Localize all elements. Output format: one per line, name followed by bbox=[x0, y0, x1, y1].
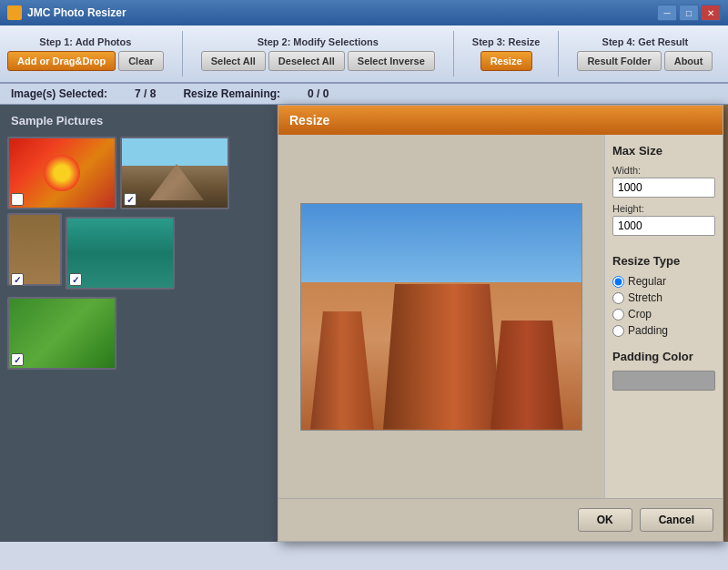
radio-crop[interactable]: Crop bbox=[612, 308, 715, 321]
dialog-body: Max Size Width: Height: Resize Type Regu… bbox=[278, 135, 723, 498]
padding-color-box[interactable] bbox=[612, 371, 715, 391]
main-window: Step 1: Add Photos Add or Drag&Drop Clea… bbox=[0, 25, 728, 570]
resize-type-title: Resize Type bbox=[612, 254, 715, 268]
step3-section: Step 3: Resize Resize bbox=[472, 36, 541, 71]
remaining-value: 0 / 0 bbox=[308, 87, 329, 100]
close-button[interactable]: ✕ bbox=[701, 5, 721, 21]
green-checkbox[interactable]: ✓ bbox=[11, 353, 24, 366]
mountain-checkbox[interactable]: ✓ bbox=[124, 193, 136, 206]
flower-checkbox[interactable] bbox=[11, 193, 24, 206]
photo-thumb-mountain[interactable]: ✓ bbox=[120, 137, 229, 209]
penguin-image bbox=[66, 217, 175, 290]
mountain-image bbox=[120, 137, 229, 209]
height-label: Height: bbox=[612, 203, 715, 214]
dialog-title: Resize bbox=[289, 113, 329, 127]
radio-stretch-input[interactable] bbox=[612, 292, 624, 304]
radio-regular-label: Regular bbox=[628, 275, 666, 288]
remaining-label: Resize Remaining: bbox=[183, 87, 280, 100]
step3-buttons: Resize bbox=[480, 51, 532, 71]
result-folder-button[interactable]: Result Folder bbox=[577, 51, 661, 71]
padding-color-section: Padding Color bbox=[612, 350, 715, 391]
photo-thumb-flower[interactable] bbox=[7, 137, 116, 209]
divider-1 bbox=[182, 31, 183, 76]
width-input[interactable] bbox=[612, 178, 715, 198]
resize-dialog: Resize bbox=[278, 105, 723, 542]
app-title: JMC Photo Resizer bbox=[27, 6, 126, 19]
maximize-button[interactable]: □ bbox=[679, 5, 699, 21]
photo-grid: ✓ ✓ ✓ ✓ bbox=[7, 137, 268, 370]
panel-title: Sample Pictures bbox=[7, 112, 268, 129]
photo-thumb-partial[interactable]: ✓ bbox=[7, 213, 62, 290]
flower-image bbox=[7, 137, 116, 209]
ok-button[interactable]: OK bbox=[578, 508, 632, 532]
step4-buttons: Result Folder About bbox=[577, 51, 713, 71]
radio-regular-input[interactable] bbox=[612, 276, 624, 288]
radio-padding-input[interactable] bbox=[612, 325, 624, 337]
app-icon bbox=[7, 5, 22, 20]
step2-label: Step 2: Modify Selections bbox=[258, 36, 379, 47]
step3-label: Step 3: Resize bbox=[472, 36, 541, 47]
rock-left bbox=[310, 311, 374, 430]
about-button[interactable]: About bbox=[664, 51, 713, 71]
step4-section: Step 4: Get Result Result Folder About bbox=[577, 36, 713, 71]
step1-buttons: Add or Drag&Drop Clear bbox=[7, 51, 164, 71]
title-bar-controls: ─ □ ✕ bbox=[657, 5, 721, 21]
title-bar: JMC Photo Resizer ─ □ ✕ bbox=[0, 0, 728, 25]
max-size-section: Max Size Width: Height: bbox=[612, 144, 715, 241]
step1-section: Step 1: Add Photos Add or Drag&Drop Clea… bbox=[7, 36, 164, 71]
dialog-preview bbox=[278, 135, 604, 498]
radio-crop-input[interactable] bbox=[612, 309, 624, 321]
divider-2 bbox=[453, 31, 454, 76]
step4-label: Step 4: Get Result bbox=[602, 36, 689, 47]
dialog-title-bar: Resize bbox=[278, 106, 723, 135]
rock-formation bbox=[301, 282, 581, 429]
photo-panel: Sample Pictures ✓ ✓ ✓ bbox=[0, 105, 278, 542]
preview-image bbox=[300, 203, 582, 431]
photo-thumb-penguin[interactable]: ✓ bbox=[66, 217, 175, 290]
resize-button[interactable]: Resize bbox=[480, 51, 532, 71]
clear-button[interactable]: Clear bbox=[118, 51, 164, 71]
select-inverse-button[interactable]: Select Inverse bbox=[348, 51, 435, 71]
selected-label: Image(s) Selected: bbox=[11, 87, 107, 100]
height-input[interactable] bbox=[612, 216, 715, 236]
status-bar: Image(s) Selected: 7 / 8 Resize Remainin… bbox=[0, 84, 728, 105]
width-label: Width: bbox=[612, 165, 715, 176]
padding-color-title: Padding Color bbox=[612, 350, 715, 363]
minimize-button[interactable]: ─ bbox=[657, 5, 677, 21]
dialog-bottom: OK Cancel bbox=[278, 498, 723, 541]
step2-buttons: Select All Deselect All Select Inverse bbox=[201, 51, 435, 71]
photo-thumb-green[interactable]: ✓ bbox=[7, 297, 116, 370]
step1-label: Step 1: Add Photos bbox=[39, 36, 131, 47]
green-image bbox=[7, 297, 116, 370]
deselect-all-button[interactable]: Deselect All bbox=[268, 51, 345, 71]
penguin-checkbox[interactable]: ✓ bbox=[69, 273, 82, 286]
radio-padding[interactable]: Padding bbox=[612, 324, 715, 337]
content-area: Sample Pictures ✓ ✓ ✓ bbox=[0, 105, 728, 542]
radio-crop-label: Crop bbox=[628, 308, 652, 321]
radio-stretch[interactable]: Stretch bbox=[612, 291, 715, 304]
radio-stretch-label: Stretch bbox=[628, 291, 662, 304]
add-photos-button[interactable]: Add or Drag&Drop bbox=[7, 51, 116, 71]
sky bbox=[301, 204, 581, 283]
selected-value: 7 / 8 bbox=[135, 87, 156, 100]
step2-section: Step 2: Modify Selections Select All Des… bbox=[201, 36, 435, 71]
rock-right bbox=[490, 321, 563, 430]
radio-regular[interactable]: Regular bbox=[612, 275, 715, 288]
max-size-title: Max Size bbox=[612, 144, 715, 158]
toolbar: Step 1: Add Photos Add or Drag&Drop Clea… bbox=[0, 25, 728, 84]
radio-padding-label: Padding bbox=[628, 324, 668, 337]
resize-type-section: Resize Type Regular Stretch Crop bbox=[612, 254, 715, 337]
dialog-settings: Max Size Width: Height: Resize Type Regu… bbox=[604, 135, 723, 498]
select-all-button[interactable]: Select All bbox=[201, 51, 266, 71]
partial-checkbox[interactable]: ✓ bbox=[11, 273, 24, 286]
cancel-button[interactable]: Cancel bbox=[640, 508, 713, 532]
divider-3 bbox=[558, 31, 559, 76]
rock-center bbox=[383, 284, 501, 430]
